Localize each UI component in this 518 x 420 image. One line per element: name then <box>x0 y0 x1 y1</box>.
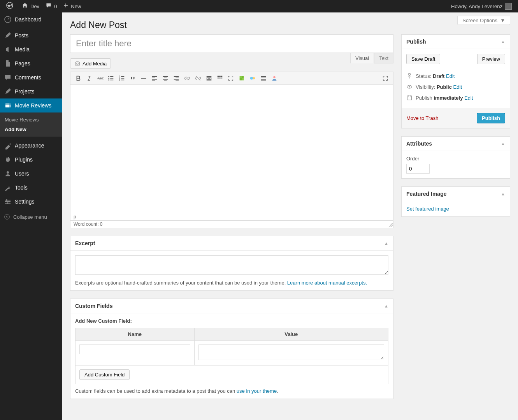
publish-toggle-icon[interactable]: ▲ <box>501 39 505 44</box>
my-account[interactable]: Howdy, Andy Leverenz <box>448 0 515 12</box>
svg-point-8 <box>8 201 10 202</box>
move-to-trash-link[interactable]: Move to Trash <box>406 115 438 121</box>
screen-options-toggle[interactable]: Screen Options ▼ <box>457 16 510 25</box>
cf-hint: Custom fields can be used to add extra m… <box>75 388 388 394</box>
editor-toolbar: ABC 123 <box>70 72 393 85</box>
order-input[interactable] <box>406 164 430 174</box>
menu-movie-reviews[interactable]: Movie Reviews <box>0 98 62 112</box>
add-media-button[interactable]: Add Media <box>70 58 111 69</box>
bold-icon[interactable] <box>73 73 84 83</box>
set-featured-image-link[interactable]: Set featured image <box>406 206 449 212</box>
excerpt-toggle-icon[interactable]: ▲ <box>384 241 388 246</box>
svg-rect-30 <box>242 78 244 80</box>
strikethrough-icon[interactable]: ABC <box>95 73 105 83</box>
toggle-icon[interactable] <box>247 73 258 83</box>
align-justify-icon[interactable] <box>258 73 269 83</box>
admin-menu: Dashboard Posts Media Pages Comments Pro… <box>0 12 62 415</box>
menu-posts[interactable]: Posts <box>0 28 62 42</box>
menu-appearance[interactable]: Appearance <box>0 139 62 153</box>
submenu-item-add-new[interactable]: Add New <box>0 125 62 134</box>
menu-plugins[interactable]: Plugins <box>0 153 62 167</box>
menu-pages[interactable]: Pages <box>0 56 62 70</box>
attributes-toggle-icon[interactable]: ▲ <box>501 141 505 146</box>
save-draft-button[interactable]: Save Draft <box>406 54 440 64</box>
menu-dashboard[interactable]: Dashboard <box>0 12 62 26</box>
menu-media[interactable]: Media <box>0 42 62 56</box>
excerpt-learn-more-link[interactable]: Learn more about manual excerpts. <box>287 280 367 286</box>
publish-title: Publish <box>406 39 426 45</box>
edit-status-link[interactable]: Edit <box>446 73 455 79</box>
cf-name-input[interactable] <box>79 344 190 354</box>
svg-point-3 <box>7 171 9 174</box>
custom-fields-box: Custom Fields ▲ Add New Custom Field: Na… <box>70 299 393 399</box>
attributes-title: Attributes <box>406 141 432 147</box>
site-name: Dev <box>30 4 39 9</box>
cf-name-header: Name <box>76 328 195 341</box>
collapse-menu[interactable]: Collapse menu <box>0 211 62 223</box>
editor-tab-visual[interactable]: Visual <box>350 53 374 63</box>
menu-projects[interactable]: Projects <box>0 84 62 98</box>
publish-button[interactable]: Publish <box>477 113 505 123</box>
excerpt-box: Excerpt ▲ Excerpts are optional hand-cra… <box>70 236 393 291</box>
editor-tab-text[interactable]: Text <box>374 53 393 63</box>
unlink-icon[interactable] <box>193 73 204 83</box>
more-icon[interactable] <box>204 73 214 83</box>
site-name-link[interactable]: Dev <box>19 0 42 12</box>
featured-image-box: Featured Image ▲ Set featured image <box>401 186 510 217</box>
align-right-icon[interactable] <box>171 73 182 83</box>
svg-text:3: 3 <box>119 79 120 81</box>
order-label: Order <box>406 156 505 162</box>
excerpt-title: Excerpt <box>75 240 95 246</box>
add-custom-field-button[interactable]: Add Custom Field <box>79 369 130 380</box>
camera-icon <box>74 60 81 67</box>
menu-users[interactable]: Users <box>0 167 62 181</box>
post-content-editor[interactable] <box>70 85 393 213</box>
svg-rect-26 <box>221 77 223 79</box>
comments-link[interactable]: 0 <box>42 0 60 12</box>
svg-point-11 <box>77 63 79 65</box>
hr-icon[interactable] <box>138 73 149 83</box>
italic-icon[interactable] <box>84 73 95 83</box>
menu-settings[interactable]: Settings <box>0 195 62 209</box>
edit-schedule-link[interactable]: Edit <box>464 95 473 101</box>
toolbar-toggle-icon[interactable] <box>214 73 225 83</box>
edit-visibility-link[interactable]: Edit <box>453 84 462 90</box>
svg-rect-24 <box>218 77 219 79</box>
comments-count: 0 <box>54 4 57 9</box>
user-icon[interactable] <box>269 73 280 83</box>
svg-rect-35 <box>407 96 411 100</box>
custom-fields-toggle-icon[interactable]: ▲ <box>384 304 388 308</box>
eye-icon <box>406 84 413 90</box>
svg-rect-25 <box>219 77 221 79</box>
preview-button[interactable]: Preview <box>477 54 505 64</box>
cf-value-textarea[interactable] <box>198 344 384 360</box>
submenu-item-movie-reviews[interactable]: Movie Reviews <box>0 115 62 125</box>
svg-point-14 <box>108 76 109 77</box>
new-content-link[interactable]: New <box>60 0 84 12</box>
blockquote-icon[interactable] <box>127 73 138 83</box>
featured-toggle-icon[interactable]: ▲ <box>501 192 505 196</box>
status-row: Status: Draft Edit <box>406 70 505 81</box>
numbered-list-icon[interactable]: 123 <box>116 73 127 83</box>
link-icon[interactable] <box>182 73 193 83</box>
svg-rect-22 <box>219 76 221 77</box>
fullscreen-icon[interactable] <box>380 73 391 83</box>
puzzle-icon[interactable] <box>236 73 247 83</box>
avatar <box>505 3 512 10</box>
custom-fields-title: Custom Fields <box>75 303 112 309</box>
attributes-box: Attributes ▲ Order <box>401 136 510 179</box>
menu-comments[interactable]: Comments <box>0 70 62 84</box>
distraction-free-icon[interactable] <box>225 73 236 83</box>
align-left-icon[interactable] <box>149 73 160 83</box>
svg-rect-29 <box>240 78 242 80</box>
svg-point-32 <box>250 77 253 79</box>
excerpt-textarea[interactable] <box>75 255 388 275</box>
post-title-input[interactable] <box>70 34 393 53</box>
editor-path: p <box>70 213 393 221</box>
menu-tools[interactable]: Tools <box>0 181 62 195</box>
align-center-icon[interactable] <box>160 73 171 83</box>
bullet-list-icon[interactable] <box>105 73 116 83</box>
cf-hint-link[interactable]: use in your theme <box>237 388 277 394</box>
featured-image-title: Featured Image <box>406 191 446 197</box>
wp-logo[interactable] <box>3 0 19 12</box>
